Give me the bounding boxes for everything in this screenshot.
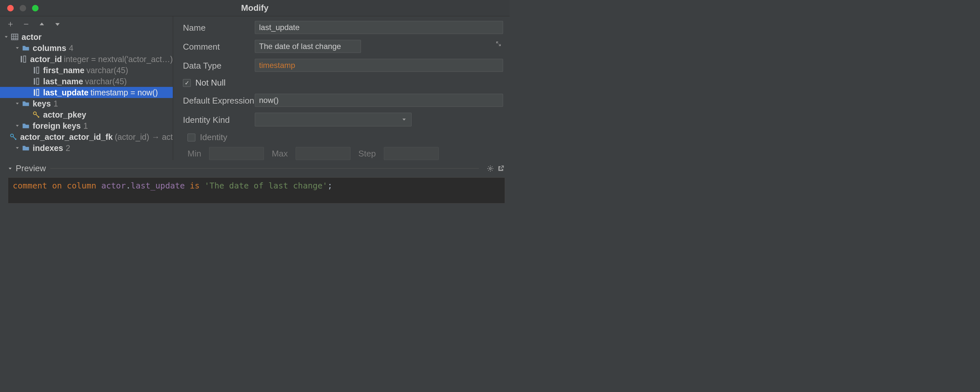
svg-rect-5 [33,78,35,84]
tree-column-last-update[interactable]: last_update timestamp = now() [0,87,173,98]
expand-icon[interactable] [496,41,501,48]
tree-column-first-name[interactable]: first_name varchar(45) [0,65,173,76]
svg-point-10 [10,134,13,137]
zoom-window-button[interactable] [32,5,38,11]
comment-input[interactable] [255,40,361,53]
tree-detail: integer = nextval('actor_act…) [64,54,173,64]
svg-rect-2 [24,56,26,62]
step-input[interactable] [384,147,439,160]
sql-token: last_update [130,181,185,190]
sql-token: column [67,181,96,190]
sql-token: 'The date of last change' [205,181,327,190]
comment-label: Comment [183,41,255,52]
tree-root-actor[interactable]: actor [0,31,173,43]
window-controls [0,5,38,11]
folder-icon [22,44,30,52]
svg-rect-8 [37,89,39,96]
svg-rect-3 [33,67,35,73]
chevron-down-icon [401,117,407,122]
min-input[interactable] [209,147,264,160]
column-icon [32,88,40,97]
table-icon [10,33,19,41]
tree-count: 4 [69,43,73,53]
default-input[interactable] [255,94,503,107]
max-input[interactable] [296,147,350,160]
move-down-button[interactable] [53,20,62,29]
tree-indexes[interactable]: indexes 2 [0,142,173,153]
svg-rect-1 [21,56,22,62]
add-button[interactable] [6,20,15,29]
tree-label: actor [22,32,41,42]
key-icon [32,110,40,119]
folder-icon [22,144,30,152]
identity-range: Min Max Step [188,147,503,160]
tree-count: 1 [54,99,58,108]
identitykind-select[interactable] [255,113,412,126]
svg-point-11 [489,167,491,169]
identitykind-label: Identity Kind [183,114,255,125]
move-up-button[interactable] [37,20,46,29]
identity-checkbox[interactable] [188,134,195,142]
svg-rect-0 [11,34,18,40]
tree-keys[interactable]: keys 1 [0,98,173,109]
tree-label: keys [33,99,51,108]
open-external-icon[interactable] [497,165,504,172]
gear-icon[interactable] [487,165,494,172]
chevron-down-icon [14,101,20,106]
minimize-window-button[interactable] [20,5,26,11]
tree-fkey-actor-actor-actor-id-fk[interactable]: actor_actor_actor_id_fk (actor_id) → act [0,131,173,142]
datatype-label: Data Type [183,60,255,71]
titlebar: Modify [0,0,510,16]
default-label: Default Expression [183,95,255,106]
tree-column-actor-id[interactable]: actor_id integer = nextval('actor_act…) [0,54,173,65]
identity-label: Identity [200,132,228,142]
svg-rect-6 [37,78,39,84]
notnull-label: Not Null [195,78,225,88]
chevron-down-icon [14,46,20,50]
tree-detail: varchar(45) [86,66,128,75]
svg-rect-4 [37,67,39,73]
name-input[interactable] [255,21,503,34]
tree-detail: timestamp = now() [91,88,158,97]
sql-preview[interactable]: comment on column actor.last_update is '… [8,177,505,204]
tree-label: last_update [43,88,89,97]
chevron-down-icon [14,123,20,128]
chevron-down-icon [8,166,13,171]
tree-label: actor_pkey [43,110,86,120]
svg-rect-7 [33,89,35,96]
folder-icon [22,99,30,108]
column-icon [19,55,27,64]
close-window-button[interactable] [7,5,14,11]
tree-count: 2 [66,143,70,153]
column-icon [32,66,40,75]
remove-button[interactable] [22,20,31,29]
notnull-checkbox[interactable] [183,79,191,87]
tree-label: actor_id [30,54,62,64]
chevron-down-icon [3,35,9,39]
tree-label: foreign keys [33,121,81,131]
main-area: actor columns 4 [0,16,510,160]
tree-key-actor-pkey[interactable]: actor_pkey [0,109,173,120]
sql-token: comment [13,181,47,190]
datatype-input[interactable] [255,59,503,72]
tree-label: columns [33,43,66,53]
tree-columns[interactable]: columns 4 [0,43,173,54]
tree-foreign-keys[interactable]: foreign keys 1 [0,120,173,131]
column-editor: Name Comment Data Type Not Null [173,16,510,160]
left-panel: actor columns 4 [0,16,173,160]
tree-detail: (actor_id) → act [115,132,173,142]
foreign-key-icon [9,132,18,141]
structure-tree[interactable]: actor columns 4 [0,31,173,160]
tree-label: indexes [33,143,63,153]
window-title: Modify [0,3,510,13]
tree-count: 1 [83,121,88,131]
preview-header[interactable]: Preview [0,160,510,175]
sql-token: . [126,181,130,190]
tree-column-last-name[interactable]: last_name varchar(45) [0,76,173,87]
tree-label: first_name [43,66,84,75]
sql-token: actor [101,181,126,190]
name-label: Name [183,22,255,33]
column-icon [32,77,40,86]
tree-label: last_name [43,77,83,86]
tree-detail: varchar(45) [85,77,127,86]
